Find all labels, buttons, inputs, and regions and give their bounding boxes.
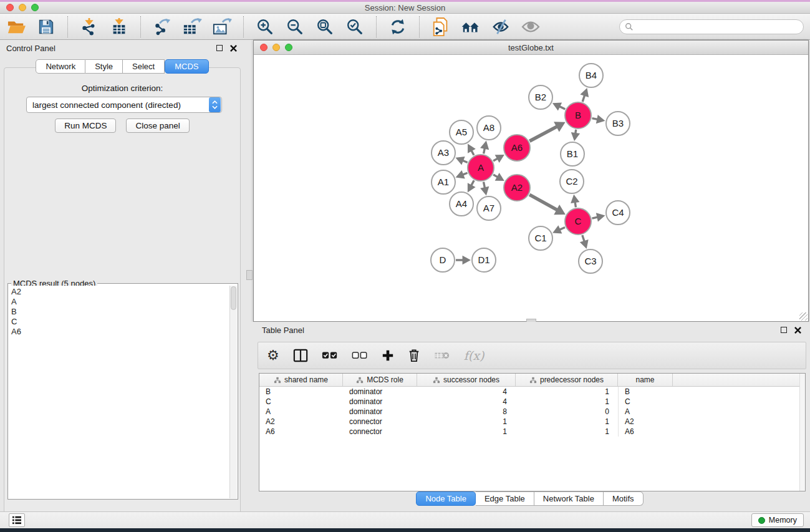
window-resize-grip[interactable] [799,312,808,321]
search-input[interactable] [637,22,798,31]
show-columns-icon[interactable] [293,347,308,364]
tab-motifs[interactable]: Motifs [604,491,644,506]
column-header-mcds-role[interactable]: MCDS role [343,374,417,386]
float-panel-icon[interactable] [215,43,224,53]
node-label-A5: A5 [456,127,467,137]
column-header-successor-nodes[interactable]: successor nodes [417,374,516,386]
optimization-dropdown-value: largest connected component (directed) [27,100,209,110]
result-item[interactable]: C [11,317,227,327]
table-panel-header: Table Panel [249,322,810,338]
table-row[interactable]: A2connector11A2 [259,417,805,427]
node-label-B3: B3 [612,118,624,128]
search-box[interactable] [619,19,804,34]
delete-table-icon [434,347,450,364]
cell-name: A2 [618,417,673,427]
toolbar-separator [419,16,420,37]
optimization-criterion-label: Optimization criterion: [0,84,244,93]
column-header-name[interactable]: name [618,374,673,386]
cell-shared-name: A2 [259,417,343,426]
column-header-shared-name[interactable]: shared name [259,374,343,386]
table-row[interactable]: Bdominator41B [259,387,805,397]
tab-network[interactable]: Network [36,59,85,74]
node-label-C4: C4 [612,207,624,218]
zoom-fit-icon[interactable] [315,17,335,37]
vertical-splitter-grip[interactable] [246,270,253,280]
first-neighbors-houses-icon[interactable] [461,17,481,37]
cell-name: A6 [618,427,673,437]
select-all-columns-icon[interactable] [322,347,338,364]
shared-column-icon [274,377,281,384]
zoom-selected-icon[interactable] [345,17,365,37]
result-item[interactable]: A [11,297,227,307]
optimization-dropdown[interactable]: largest connected component (directed) [26,97,222,113]
memory-button[interactable]: Memory [751,513,804,527]
table-row[interactable]: A6connector11A6 [259,427,805,437]
zoom-in-icon[interactable] [255,17,275,37]
table-row[interactable]: Cdominator41C [259,397,805,407]
edge-arrow-icon [571,132,580,141]
shared-column-icon [433,377,440,384]
edge-arrow-icon [596,115,605,123]
search-icon [625,22,634,31]
network-canvas[interactable]: B4B2BB3A8A5A6A3B1AA1C2A2A4A7C4CC1C3DD1 [254,55,808,321]
table-float-panel-icon[interactable] [779,325,789,335]
result-scrollbar[interactable] [229,286,237,498]
node-label-A8: A8 [483,122,494,133]
edge-A6-B[interactable] [529,126,557,141]
close-panel-button[interactable]: Close panel [126,118,189,133]
result-item[interactable]: B [11,307,227,317]
result-item[interactable]: A2 [11,287,227,297]
close-panel-icon[interactable] [228,43,238,53]
zoom-out-icon[interactable] [285,17,305,37]
table-row[interactable]: Adominator80A [259,407,805,417]
tab-network-table[interactable]: Network Table [534,491,604,506]
function-builder-icon: f(x) [464,347,485,364]
main-toolbar [0,14,810,40]
new-network-from-selection-icon[interactable] [431,17,451,37]
delete-columns-trash-icon[interactable] [408,347,420,364]
tab-mcds[interactable]: MCDS [165,59,208,74]
refresh-layout-icon[interactable] [388,17,408,37]
table-scrollbar[interactable] [799,374,805,491]
tab-style[interactable]: Style [85,59,123,74]
import-table-icon[interactable] [109,17,129,37]
column-header-predecessor-nodes[interactable]: predecessor nodes [516,374,618,386]
tab-select[interactable]: Select [123,59,165,74]
node-label-A3: A3 [438,147,449,158]
show-graphics-details-eye-icon [521,17,541,37]
column-header-label: successor nodes [443,375,499,384]
edge-A2-C[interactable] [529,195,557,210]
run-mcds-button[interactable]: Run MCDS [55,118,116,133]
save-session-icon[interactable] [36,17,56,37]
table-settings-gear-icon[interactable]: ⚙ [267,347,279,364]
column-header-label: MCDS role [367,375,403,384]
shared-column-icon [529,377,537,384]
network-window-title: testGlobe.txt [254,43,808,52]
tab-node-table[interactable]: Node Table [416,491,476,506]
export-image-icon[interactable] [212,17,232,37]
mcds-result-list[interactable]: A2ABCA6 [9,286,229,498]
node-table[interactable]: shared nameMCDS rolesuccessor nodesprede… [259,373,806,491]
cell-shared-name: B [259,387,343,396]
task-history-button[interactable] [9,513,25,527]
node-label-C1: C1 [534,233,546,243]
node-table-rows: Bdominator41BCdominator41CAdominator80AA… [259,387,805,437]
cell-predecessor-nodes: 1 [516,397,618,406]
memory-label: Memory [769,516,797,525]
export-network-icon[interactable] [152,17,172,37]
network-window-titlebar[interactable]: testGlobe.txt [254,41,808,55]
result-item[interactable]: A6 [11,327,227,337]
import-network-icon[interactable] [79,17,99,37]
hide-graphics-details-icon[interactable] [491,17,511,37]
toolbar-separator [243,16,244,37]
cell-shared-name: A [259,407,343,416]
network-graph[interactable]: B4B2BB3A8A5A6A3B1AA1C2A2A4A7C4CC1C3DD1 [254,55,808,321]
tab-edge-table[interactable]: Edge Table [476,491,534,506]
table-close-panel-icon[interactable] [793,325,803,335]
node-label-A1: A1 [438,177,449,187]
open-file-icon[interactable] [6,17,26,37]
export-table-icon[interactable] [182,17,202,37]
create-column-plus-icon[interactable] [382,347,394,364]
cell-mcds-role: dominator [343,397,417,406]
unselect-all-columns-icon[interactable] [352,347,368,364]
